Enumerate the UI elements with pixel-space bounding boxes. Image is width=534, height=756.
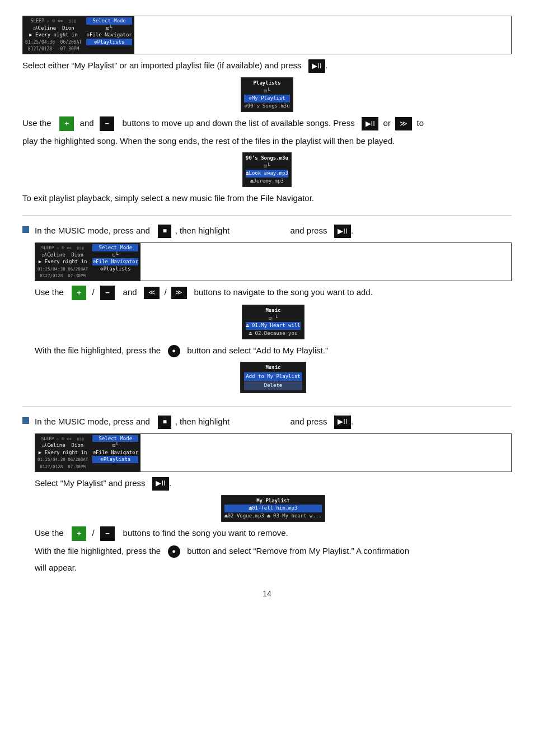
screen-left-pane: SLEEP ✩ ☺ «« ▯▯▯ ㎀Celine Dion ▶ Every ni… <box>23 16 84 54</box>
s2-screen-right: Select Mode ⊡└ ⊙File Navigator ⊙Playlist… <box>90 434 140 472</box>
songs-title: 90's Songs.m3u <box>246 155 288 161</box>
s2-screen-left: SLEEP ✩ ☺ «« ▯▯▯ ㎀Celine Dion ▶ Every ni… <box>35 434 90 472</box>
section2-line2: Select “My Playlist” and press ▶II. <box>35 477 512 491</box>
play-pause-icon-inline: ▶II <box>362 117 378 130</box>
select-mode-label: Select Mode <box>86 17 132 25</box>
section1-device: SLEEP ✩ ☺ «« ▯▯▯ ㎀Celine Dion ▶ Every ni… <box>35 242 512 281</box>
section1-device-screen: SLEEP ✩ ☺ «« ▯▯▯ ㎀Celine Dion ▶ Every ni… <box>35 242 512 281</box>
my-playlist-item-1: ⏏01-Tell him.mp3 <box>224 505 321 512</box>
section2-line3: Use the + / − buttons to find the song y… <box>35 526 512 541</box>
screen-right-pane: Select Mode ⊡└ ⊙File Navigator ⊙Playlist… <box>84 16 134 54</box>
top-device-screen-container: SLEEP ✩ ☺ «« ▯▯▯ ㎀Celine Dion ▶ Every ni… <box>22 16 512 54</box>
play-pause-button-icon: ▶II <box>308 59 325 73</box>
my-playlist-item-2: ⏏02-Vogue.mp3 <box>224 513 264 519</box>
delete-menu: Delete <box>244 381 302 390</box>
my-playlist-screen-container: My Playlist ⏏01-Tell him.mp3 ⏏02-Vogue.m… <box>35 495 512 522</box>
playlists-screen-container: Playlists ⊡└ ⊙My Playlist ⊙90's Songs.m3… <box>22 77 512 112</box>
page-number: 14 <box>22 589 512 598</box>
minus-s2: − <box>100 526 115 541</box>
music-menu-screen: Music Add to My Playlist Delete <box>240 362 306 393</box>
top-device-screen: SLEEP ✩ ☺ «« ▯▯▯ ㎀Celine Dion ▶ Every ni… <box>22 16 512 54</box>
section2-block: In the MUSIC mode, press and ■ , then hi… <box>22 415 512 578</box>
circle-btn-s1: ● <box>168 345 180 357</box>
my-playlist-screen: My Playlist ⏏01-Tell him.mp3 ⏏02-Vogue.m… <box>221 495 325 522</box>
play-pause-icon-s1: ▶II <box>334 225 351 238</box>
plus-s2: + <box>72 526 86 541</box>
circle-btn-s2: ● <box>168 545 180 558</box>
playlist-item-90s: ⊙90's Songs.m3u <box>244 103 289 109</box>
square-btn-icon-s1: ■ <box>158 225 171 238</box>
playlist-item-1: ⊡└ <box>264 88 270 94</box>
play-pause-s2-b: ▶II <box>152 477 169 491</box>
play-pause-s2: ▶II <box>334 416 351 429</box>
section1-line2: Use the + / − and ≪ / ≫ buttons to navig… <box>35 286 512 300</box>
section2-bullet <box>22 417 29 424</box>
playlist-item-myplaylist: ⊙My Playlist <box>244 95 289 102</box>
intro-text-1: Select either “My Playlist” or an import… <box>22 59 512 73</box>
section2-device-screen: SLEEP ✩ ☺ «« ▯▯▯ ㎀Celine Dion ▶ Every ni… <box>35 433 512 472</box>
section1-block: In the MUSIC mode, press and ■ , then hi… <box>22 224 512 398</box>
intro-top-section: SLEEP ✩ ☺ «« ▯▯▯ ㎀Celine Dion ▶ Every ni… <box>22 16 512 205</box>
plus-s1: + <box>72 286 86 300</box>
add-to-playlist-menu: Add to My Playlist <box>244 372 302 381</box>
section1-bullet <box>22 226 29 233</box>
music-item-02: ⏏ 02.Because you <box>249 330 298 336</box>
intro-text-3: play the highlighted song. When the song… <box>22 134 512 148</box>
section2-device: SLEEP ✩ ☺ «« ▯▯▯ ㎀Celine Dion ▶ Every ni… <box>35 433 512 472</box>
s1-screen-left: SLEEP ✩ ☺ «« ▯▯▯ ㎀Celine Dion ▶ Every ni… <box>35 243 90 281</box>
music-screen-1: Music ⊡ └ ⏏ 01.My Heart will ⏏ 02.Becaus… <box>242 305 305 339</box>
minus-s1: − <box>100 286 115 300</box>
song-item-jeremy: ⏏Jeremy.mp3 <box>250 178 284 184</box>
songs-screen: 90's Songs.m3u ⊡└ ⏏Look away.mp3 ⏏Jeremy… <box>242 152 292 187</box>
section1-content: In the MUSIC mode, press and ■ , then hi… <box>35 224 512 398</box>
intro-text-4: To exit playlist playback, simply select… <box>22 192 512 205</box>
songs-screen-container: 90's Songs.m3u ⊡└ ⏏Look away.mp3 ⏏Jeremy… <box>22 152 512 187</box>
rew-s1: ≪ <box>144 287 160 299</box>
section1-line1: In the MUSIC mode, press and ■ , then hi… <box>35 224 512 238</box>
my-playlist-item-3: ⏏ 03-My heart w... <box>267 513 322 519</box>
song-item-lookawy: ⏏Look away.mp3 <box>246 170 288 178</box>
section2-content: In the MUSIC mode, press and ■ , then hi… <box>35 415 512 578</box>
my-playlist-title: My Playlist <box>256 498 290 503</box>
section2-line1: In the MUSIC mode, press and ■ , then hi… <box>35 415 512 429</box>
section2-line5: will appear. <box>35 561 512 575</box>
section2-line4: With the file highlighted, press the ● b… <box>35 544 512 558</box>
fast-fwd-icon-inline: ≫ <box>395 117 412 130</box>
playlists-title: Playlists <box>254 80 281 86</box>
music-screen1-container: Music ⊡ └ ⏏ 01.My Heart will ⏏ 02.Becaus… <box>35 305 512 339</box>
section1-line3: With the file highlighted, press the ● b… <box>35 344 512 357</box>
square-btn-s2: ■ <box>158 416 171 429</box>
playlists-screen: Playlists ⊡└ ⊙My Playlist ⊙90's Songs.m3… <box>241 77 293 112</box>
music-item-01: ⏏ 01.My Heart will <box>246 322 301 330</box>
fwd-s1: ≫ <box>171 287 187 299</box>
music-menu-screen-container: Music Add to My Playlist Delete <box>35 362 512 393</box>
plus-button-icon: + <box>59 116 74 131</box>
s1-screen-right: Select Mode ⊡└ ⊙File Navigator ⊙Playlist… <box>90 243 140 281</box>
minus-button-icon: − <box>100 116 114 131</box>
intro-text-2: Use the + and − buttons to move up and d… <box>22 116 512 131</box>
